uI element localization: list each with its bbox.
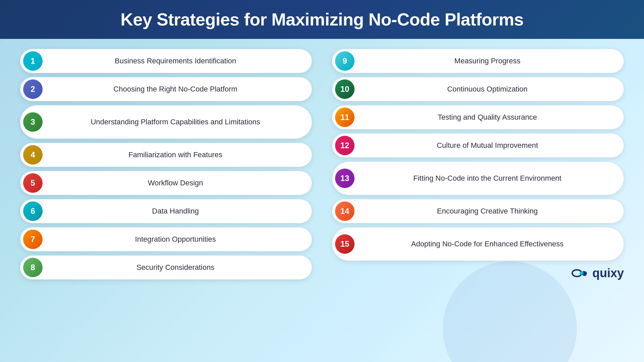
quixy-logo-icon bbox=[571, 267, 588, 279]
left-column: 1 Business Requirements Identification 2… bbox=[20, 49, 312, 357]
logo-text: quixy bbox=[592, 266, 624, 280]
item-label: Choosing the Right No-Code Platform bbox=[49, 84, 302, 94]
number-badge: 3 bbox=[23, 112, 43, 132]
number-badge: 4 bbox=[23, 145, 43, 165]
item-label: Integration Opportunities bbox=[49, 235, 302, 244]
list-item: 3 Understanding Platform Capabilities an… bbox=[20, 105, 312, 139]
item-label: Testing and Quality Assurance bbox=[361, 113, 613, 122]
list-item: 6 Data Handling bbox=[20, 199, 312, 223]
list-item: 12 Culture of Mutual Improvement bbox=[332, 133, 624, 158]
list-item: 1 Business Requirements Identification bbox=[20, 49, 312, 73]
list-item: 15 Adopting No-Code for Enhanced Effecti… bbox=[332, 227, 624, 261]
number-badge: 1 bbox=[23, 51, 43, 71]
logo-area: quixy bbox=[332, 266, 624, 280]
item-label: Workflow Design bbox=[49, 178, 302, 188]
number-badge: 5 bbox=[23, 173, 43, 193]
list-item: 14 Encouraging Creative Thinking bbox=[332, 199, 624, 223]
item-label: Adopting No-Code for Enhanced Effectiven… bbox=[361, 239, 613, 249]
number-badge: 14 bbox=[335, 201, 355, 221]
number-badge: 2 bbox=[23, 79, 43, 99]
item-label: Encouraging Creative Thinking bbox=[361, 206, 613, 216]
item-label: Continuous Optimization bbox=[361, 84, 613, 94]
item-label: Culture of Mutual Improvement bbox=[361, 141, 613, 150]
list-item: 4 Familiarization with Features bbox=[20, 143, 312, 167]
number-badge: 11 bbox=[335, 108, 355, 127]
page-title: Key Strategies for Maximizing No-Code Pl… bbox=[13, 9, 631, 29]
list-item: 5 Workflow Design bbox=[20, 171, 312, 195]
item-label: Fitting No-Code into the Current Environ… bbox=[361, 174, 613, 183]
number-badge: 6 bbox=[23, 201, 43, 221]
list-item: 13 Fitting No-Code into the Current Envi… bbox=[332, 162, 624, 195]
right-column: 9 Measuring Progress 10 Continuous Optim… bbox=[332, 49, 624, 357]
number-badge: 9 bbox=[335, 51, 355, 71]
number-badge: 12 bbox=[335, 136, 355, 155]
header: Key Strategies for Maximizing No-Code Pl… bbox=[0, 0, 644, 39]
svg-point-1 bbox=[580, 272, 584, 275]
item-label: Data Handling bbox=[49, 206, 302, 216]
list-item: 8 Security Considerations bbox=[20, 255, 312, 280]
number-badge: 8 bbox=[23, 258, 43, 277]
number-badge: 13 bbox=[335, 169, 355, 188]
item-label: Understanding Platform Capabilities and … bbox=[49, 117, 302, 127]
number-badge: 15 bbox=[335, 234, 355, 254]
item-label: Familiarization with Features bbox=[49, 150, 302, 160]
list-item: 9 Measuring Progress bbox=[332, 49, 624, 73]
list-item: 11 Testing and Quality Assurance bbox=[332, 105, 624, 129]
item-label: Security Considerations bbox=[49, 263, 302, 273]
item-label: Measuring Progress bbox=[361, 56, 613, 66]
list-item: 7 Integration Opportunities bbox=[20, 227, 312, 251]
number-badge: 10 bbox=[335, 79, 355, 99]
number-badge: 7 bbox=[23, 230, 43, 249]
list-item: 2 Choosing the Right No-Code Platform bbox=[20, 77, 312, 101]
list-item: 10 Continuous Optimization bbox=[332, 77, 624, 101]
item-label: Business Requirements Identification bbox=[49, 56, 302, 66]
